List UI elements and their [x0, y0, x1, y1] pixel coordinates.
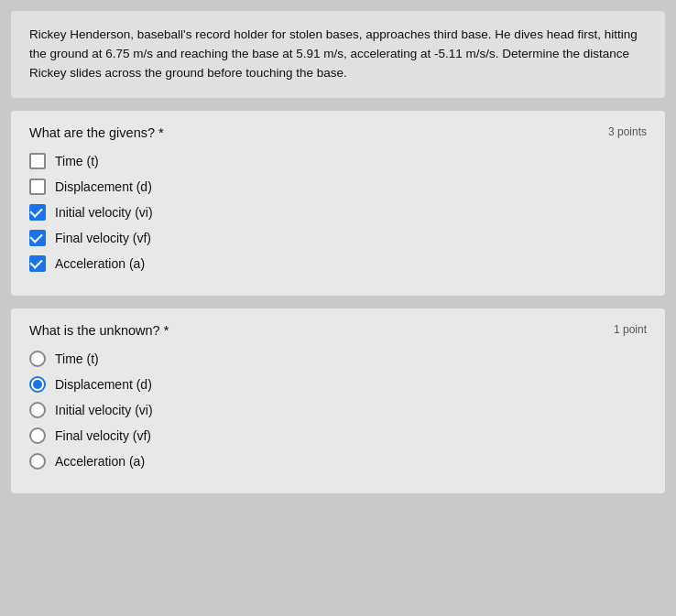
q2-option-initial-velocity[interactable]: Initial velocity (vi)	[29, 402, 647, 418]
q2-radio-acceleration[interactable]	[29, 453, 46, 470]
question2-points: 1 point	[614, 323, 647, 336]
question1-card: What are the givens? * 3 points Time (t)…	[11, 111, 665, 296]
q1-label-initial-velocity: Initial velocity (vi)	[55, 205, 153, 220]
q2-radio-initial-velocity[interactable]	[29, 402, 46, 418]
q1-checkbox-displacement[interactable]	[29, 178, 46, 195]
q1-checkbox-time[interactable]	[29, 153, 46, 169]
q1-label-acceleration: Acceleration (a)	[55, 256, 145, 271]
q1-option-final-velocity[interactable]: Final velocity (vf)	[29, 230, 647, 246]
question2-card: What is the unknown? * 1 point Time (t) …	[11, 308, 665, 493]
q2-option-acceleration[interactable]: Acceleration (a)	[29, 453, 647, 470]
question1-header: What are the givens? * 3 points	[29, 125, 647, 140]
intro-card: Rickey Henderson, baseball's record hold…	[11, 11, 665, 98]
q2-label-time: Time (t)	[55, 351, 99, 366]
q2-option-final-velocity[interactable]: Final velocity (vf)	[29, 427, 647, 444]
q1-label-final-velocity: Final velocity (vf)	[55, 231, 151, 245]
q2-option-time[interactable]: Time (t)	[29, 351, 647, 367]
q2-label-displacement: Displacement (d)	[55, 377, 152, 392]
question2-label: What is the unknown? *	[29, 323, 169, 338]
q1-checkbox-acceleration[interactable]	[29, 255, 46, 272]
q1-checkbox-final-velocity[interactable]	[29, 230, 46, 246]
q2-label-final-velocity: Final velocity (vf)	[55, 428, 151, 443]
question1-label: What are the givens? *	[29, 125, 164, 140]
q2-radio-displacement[interactable]	[29, 376, 46, 393]
q2-option-displacement[interactable]: Displacement (d)	[29, 376, 647, 393]
q1-label-displacement: Displacement (d)	[55, 179, 152, 194]
q2-radio-time[interactable]	[29, 351, 46, 367]
q1-option-initial-velocity[interactable]: Initial velocity (vi)	[29, 204, 647, 221]
question2-header: What is the unknown? * 1 point	[29, 323, 647, 338]
q2-label-initial-velocity: Initial velocity (vi)	[55, 403, 153, 417]
q1-option-displacement[interactable]: Displacement (d)	[29, 178, 647, 195]
q2-label-acceleration: Acceleration (a)	[55, 454, 145, 469]
q2-radio-final-velocity[interactable]	[29, 427, 46, 444]
q1-label-time: Time (t)	[55, 154, 99, 168]
q1-option-acceleration[interactable]: Acceleration (a)	[29, 255, 647, 272]
q1-option-time[interactable]: Time (t)	[29, 153, 647, 169]
question1-points: 3 points	[608, 125, 647, 138]
intro-text: Rickey Henderson, baseball's record hold…	[29, 26, 647, 83]
q1-checkbox-initial-velocity[interactable]	[29, 204, 46, 221]
